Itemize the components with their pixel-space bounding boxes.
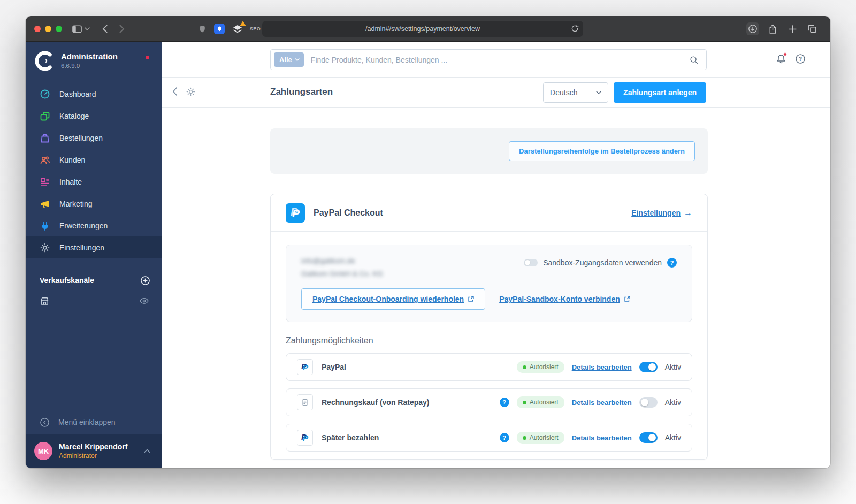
card-title: PayPal Checkout (314, 208, 631, 218)
active-label: Aktiv (665, 363, 681, 371)
downloads-icon[interactable] (746, 22, 759, 35)
search-placeholder: Finde Produkte, Kunden, Bestellungen ... (311, 56, 689, 64)
active-toggle[interactable] (639, 397, 658, 408)
smart-bar: Zahlungsarten Deutsch Zahlungsart anlege… (162, 78, 830, 108)
browser-toolbar: SEO /admin#/sw/settings/payment/overview (26, 16, 830, 42)
sidebar-item-label: Erweiterungen (59, 222, 108, 230)
change-display-order-button[interactable]: Darstellungsreihenfolge im Bestellprozes… (509, 141, 695, 161)
method-name: Später bezahlen (322, 433, 500, 442)
user-name: Marcel Krippendorf (59, 442, 144, 451)
language-select-value: Deutsch (550, 88, 596, 97)
tab-overview-button[interactable] (806, 22, 819, 35)
sidebar-chevron-down-icon[interactable] (83, 22, 91, 35)
invoice-method-icon (297, 394, 313, 410)
account-company-redacted: Galikom GmbH & Co. KG (301, 270, 383, 278)
active-toggle[interactable] (639, 362, 658, 372)
create-payment-method-button[interactable]: Zahlungsart anlegen (614, 82, 706, 103)
share-icon[interactable] (766, 22, 779, 35)
storefront-icon[interactable] (40, 296, 50, 306)
zoom-window-button[interactable] (56, 26, 62, 32)
sidebar-item-label: Kataloge (59, 112, 89, 120)
extensions-icon (40, 220, 50, 231)
sidebar-item-bestellungen[interactable]: Bestellungen (26, 127, 162, 149)
sidebar-item-kunden[interactable]: Kunden (26, 149, 162, 171)
app-title: Administration (61, 51, 118, 62)
help-button[interactable]: ? (795, 54, 806, 65)
catalogues-icon (40, 111, 50, 121)
settings-gear-icon (40, 242, 50, 253)
visibility-eye-icon[interactable] (139, 296, 149, 306)
method-help-icon[interactable]: ? (500, 398, 509, 407)
add-sales-channel-button[interactable] (140, 276, 150, 286)
address-bar[interactable]: /admin#/sw/settings/payment/overview (262, 21, 583, 37)
reload-icon[interactable] (571, 25, 579, 33)
connect-sandbox-link[interactable]: PayPal-Sandbox-Konto verbinden (499, 295, 630, 303)
edit-details-link[interactable]: Details bearbeiten (572, 399, 632, 407)
connect-sandbox-label: PayPal-Sandbox-Konto verbinden (499, 295, 620, 303)
browser-back-button[interactable] (98, 22, 111, 35)
account-email-redacted: info@galikom.de (301, 257, 355, 265)
user-role: Administrator (59, 452, 144, 460)
sidebar-item-inhalte[interactable]: Inhalte (26, 171, 162, 193)
search-scope-chip[interactable]: Alle (274, 52, 304, 67)
privacy-shield-extension-icon[interactable] (196, 22, 209, 35)
global-search-input[interactable]: Alle Finde Produkte, Kunden, Bestellunge… (270, 49, 707, 70)
page-settings-gear-icon[interactable] (186, 87, 196, 97)
active-label: Aktiv (665, 433, 681, 442)
marketing-icon (40, 198, 50, 209)
avatar: MK (34, 442, 52, 460)
payment-method-row-paypal: PP PayPal Autorisiert Details bearbeiten (286, 353, 692, 381)
blue-shield-extension-icon[interactable] (213, 22, 226, 35)
method-help-icon[interactable]: ? (500, 433, 509, 442)
chevron-up-icon[interactable] (144, 449, 150, 453)
close-window-button[interactable] (34, 26, 41, 32)
sidebar-item-label: Einstellungen (59, 243, 104, 252)
sidebar-item-erweiterungen[interactable]: Erweiterungen (26, 215, 162, 236)
search-scope-label: Alle (279, 56, 292, 64)
user-menu[interactable]: MK Marcel Krippendorf Administrator (26, 434, 162, 468)
collapse-menu-button[interactable]: Menü einklappen (26, 410, 162, 434)
edit-details-link[interactable]: Details bearbeiten (572, 363, 632, 371)
layers-warning-extension-icon[interactable] (231, 22, 244, 35)
browser-sidebar-toggle-icon[interactable] (71, 22, 83, 35)
sidebar-item-label: Dashboard (59, 90, 96, 98)
dashboard-icon (40, 89, 50, 100)
notifications-button[interactable] (776, 54, 786, 65)
status-dot-icon (523, 401, 526, 404)
external-link-icon (468, 296, 474, 302)
sidebar-item-dashboard[interactable]: Dashboard (26, 83, 162, 105)
payment-method-row-spaeter-bezahlen: PP Später bezahlen ? Autorisiert Details… (286, 424, 692, 452)
app-version: 6.6.9.0 (61, 63, 118, 69)
active-label: Aktiv (665, 398, 681, 407)
notification-dot (783, 52, 787, 56)
new-tab-icon[interactable] (786, 22, 799, 35)
admin-sidebar: Administration 6.6.9.0 Dashboard Katalog (26, 42, 162, 468)
search-icon[interactable] (689, 55, 699, 65)
status-label: Autorisiert (530, 363, 559, 371)
minimize-window-button[interactable] (45, 26, 51, 32)
sidebar-item-kataloge[interactable]: Kataloge (26, 105, 162, 127)
sandbox-toggle-label: Sandbox-Zugangsdaten verwenden (543, 258, 662, 267)
browser-forward-button[interactable] (116, 22, 128, 35)
status-label: Autorisiert (530, 399, 559, 406)
global-header: Alle Finde Produkte, Kunden, Bestellunge… (162, 42, 830, 78)
language-select[interactable]: Deutsch (543, 82, 608, 103)
collapse-menu-label: Menü einklappen (58, 418, 116, 426)
sandbox-toggle[interactable] (524, 259, 538, 266)
sidebar-item-einstellungen[interactable]: Einstellungen (26, 236, 162, 258)
method-name: PayPal (322, 363, 517, 371)
repeat-onboarding-button[interactable]: PayPal Checkout-Onboarding wiederholen (301, 288, 485, 310)
warning-triangle-icon (240, 21, 246, 26)
paypal-logo: PP (286, 203, 305, 223)
status-dot-icon (523, 365, 526, 369)
svg-text:?: ? (799, 56, 802, 62)
back-button[interactable] (172, 87, 178, 96)
sidebar-item-marketing[interactable]: Marketing (26, 193, 162, 215)
sandbox-help-icon[interactable]: ? (667, 258, 677, 268)
edit-details-link[interactable]: Details bearbeiten (572, 434, 632, 442)
active-toggle[interactable] (639, 432, 658, 443)
paypal-settings-link[interactable]: Einstellungen (631, 209, 681, 217)
status-badge: Autorisiert (517, 361, 564, 373)
orders-icon (40, 133, 50, 143)
seo-extension-icon[interactable]: SEO (247, 22, 263, 35)
